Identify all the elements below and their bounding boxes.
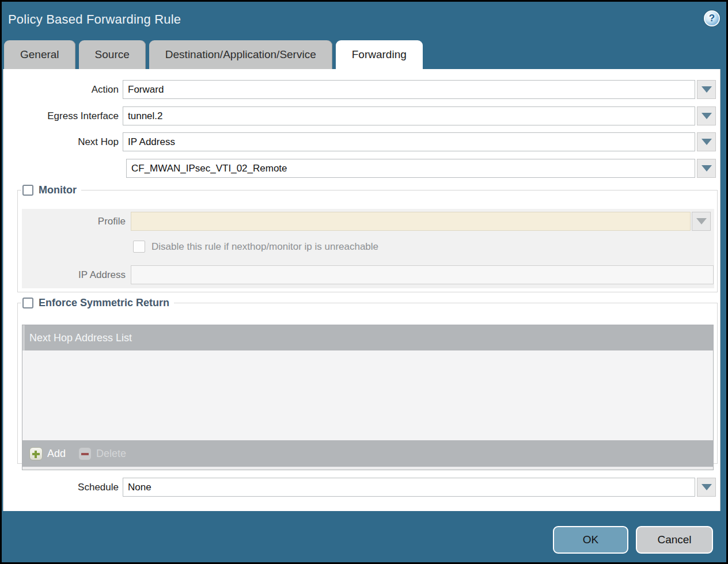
action-dropdown-button[interactable] bbox=[697, 80, 716, 99]
profile-input bbox=[131, 212, 691, 231]
tab-bar: General Source Destination/Application/S… bbox=[4, 40, 423, 69]
next-hop-label: Next Hop bbox=[3, 132, 119, 151]
add-icon bbox=[29, 447, 43, 460]
next-hop-address-input[interactable] bbox=[126, 159, 695, 178]
monitor-legend: Monitor bbox=[21, 184, 81, 196]
cancel-button[interactable]: Cancel bbox=[636, 526, 713, 554]
chevron-down-icon bbox=[702, 139, 712, 145]
enforce-symmetric-return-label: Enforce Symmetric Return bbox=[39, 297, 169, 309]
monitor-ip-address-label: IP Address bbox=[18, 265, 126, 284]
help-glyph: ? bbox=[709, 13, 715, 24]
delete-button: Delete bbox=[78, 447, 126, 460]
dialog-title: Policy Based Forwarding Rule bbox=[8, 12, 181, 27]
profile-label: Profile bbox=[18, 212, 126, 231]
grid-bottom-strip bbox=[22, 467, 713, 470]
chevron-down-icon bbox=[702, 484, 712, 490]
tab-source[interactable]: Source bbox=[79, 40, 146, 69]
schedule-label: Schedule bbox=[3, 478, 119, 497]
ok-button[interactable]: OK bbox=[553, 526, 628, 554]
disable-rule-label: Disable this rule if nexthop/monitor ip … bbox=[151, 241, 378, 253]
profile-dropdown-button bbox=[692, 212, 711, 231]
tab-forwarding[interactable]: Forwarding bbox=[336, 40, 423, 69]
help-icon[interactable]: ? bbox=[704, 10, 720, 26]
add-button-label: Add bbox=[47, 448, 66, 460]
monitor-ip-address-input bbox=[131, 265, 714, 284]
disable-rule-checkbox bbox=[133, 241, 145, 253]
enforce-symmetric-return-checkbox[interactable] bbox=[22, 298, 33, 308]
monitor-section: Monitor Profile Disable this rule if nex… bbox=[17, 184, 718, 292]
policy-based-forwarding-dialog: Policy Based Forwarding Rule ? General S… bbox=[2, 2, 726, 562]
chevron-down-icon bbox=[696, 218, 707, 224]
monitor-checkbox[interactable] bbox=[22, 185, 33, 196]
action-label: Action bbox=[3, 80, 119, 99]
egress-interface-dropdown-button[interactable] bbox=[697, 106, 716, 125]
delete-button-label: Delete bbox=[96, 448, 126, 460]
next-hop-type-input[interactable] bbox=[123, 132, 695, 151]
add-button[interactable]: Add bbox=[29, 447, 66, 460]
grid-toolbar: Add Delete bbox=[22, 440, 713, 467]
forwarding-tab-panel: Action Egress Interface Next Hop Monitor… bbox=[3, 69, 721, 511]
delete-icon bbox=[78, 447, 92, 460]
chevron-down-icon bbox=[702, 113, 712, 119]
next-hop-dropdown-button[interactable] bbox=[697, 132, 716, 151]
monitor-legend-label: Monitor bbox=[39, 184, 77, 196]
chevron-down-icon bbox=[702, 165, 712, 172]
tab-destination-application-service[interactable]: Destination/Application/Service bbox=[149, 40, 332, 69]
next-hop-address-grid: Next Hop Address List Add Delete bbox=[22, 325, 714, 470]
next-hop-address-dropdown-button[interactable] bbox=[697, 159, 716, 178]
enforce-symmetric-return-legend: Enforce Symmetric Return bbox=[21, 297, 174, 309]
egress-interface-input[interactable] bbox=[123, 106, 695, 125]
egress-interface-label: Egress Interface bbox=[3, 106, 119, 125]
chevron-down-icon bbox=[702, 86, 712, 93]
enforce-symmetric-return-section: Enforce Symmetric Return Next Hop Addres… bbox=[17, 297, 718, 464]
next-hop-address-list-body[interactable] bbox=[22, 350, 713, 440]
next-hop-address-list-column-header[interactable]: Next Hop Address List bbox=[22, 325, 713, 350]
action-input[interactable] bbox=[123, 80, 695, 99]
schedule-dropdown-button[interactable] bbox=[697, 478, 716, 497]
tab-general[interactable]: General bbox=[4, 40, 75, 69]
schedule-input[interactable] bbox=[123, 478, 695, 497]
